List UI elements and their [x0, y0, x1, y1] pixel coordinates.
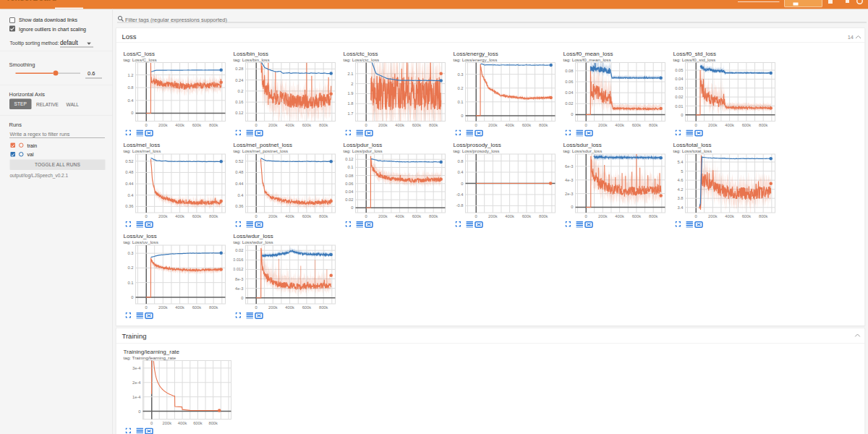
svg-text:800k: 800k: [209, 214, 218, 218]
svg-text:0.4: 0.4: [128, 193, 135, 197]
svg-text:0.8: 0.8: [458, 158, 464, 163]
svg-text:0.05: 0.05: [675, 68, 683, 72]
svg-text:0.3: 0.3: [458, 72, 464, 77]
svg-text:200k: 200k: [158, 305, 168, 310]
svg-text:800k: 800k: [539, 214, 548, 218]
svg-text:0: 0: [461, 114, 463, 118]
svg-text:400k: 400k: [615, 214, 624, 218]
svg-text:0.44: 0.44: [125, 182, 134, 186]
svg-text:0: 0: [145, 214, 147, 218]
svg-text:200k: 200k: [488, 214, 498, 218]
svg-text:0.2: 0.2: [128, 265, 134, 270]
svg-text:400k: 400k: [395, 214, 404, 218]
svg-text:0.3: 0.3: [128, 251, 134, 255]
svg-text:600k: 600k: [522, 214, 532, 218]
svg-text:0.08: 0.08: [345, 173, 353, 177]
svg-text:0.2: 0.2: [238, 89, 244, 93]
svg-text:200k: 200k: [378, 123, 388, 127]
svg-text:200k: 200k: [163, 421, 172, 425]
svg-text:600k: 600k: [193, 421, 203, 425]
svg-text:5: 5: [681, 169, 683, 173]
svg-text:0: 0: [475, 123, 477, 127]
svg-text:600k: 600k: [742, 123, 752, 127]
svg-text:4e-3: 4e-3: [235, 286, 244, 291]
svg-text:0: 0: [255, 123, 257, 127]
svg-text:0.4: 0.4: [458, 170, 464, 174]
svg-text:800k: 800k: [759, 214, 768, 218]
svg-text:0: 0: [584, 123, 587, 127]
svg-text:400k: 400k: [175, 123, 184, 127]
svg-text:0.24: 0.24: [235, 78, 244, 82]
svg-text:0.02: 0.02: [345, 197, 353, 202]
svg-text:400k: 400k: [285, 214, 294, 218]
svg-text:0: 0: [131, 295, 133, 299]
svg-text:0: 0: [365, 214, 367, 218]
svg-text:0.03: 0.03: [675, 86, 683, 90]
svg-text:0: 0: [571, 205, 573, 209]
svg-text:0: 0: [138, 409, 140, 414]
svg-text:0.48: 0.48: [125, 170, 133, 174]
svg-text:0.1: 0.1: [348, 165, 354, 169]
svg-text:0: 0: [145, 305, 147, 310]
svg-text:8e-3: 8e-3: [235, 277, 244, 281]
svg-text:3.4: 3.4: [678, 205, 684, 210]
svg-text:400k: 400k: [615, 123, 624, 127]
svg-text:0.36: 0.36: [125, 204, 133, 208]
svg-text:200k: 200k: [598, 214, 608, 218]
svg-text:400k: 400k: [725, 123, 734, 127]
svg-text:200k: 200k: [598, 123, 608, 127]
svg-text:200k: 200k: [378, 214, 388, 218]
svg-text:600k: 600k: [302, 214, 312, 218]
svg-text:1.7: 1.7: [348, 111, 354, 116]
svg-text:0: 0: [694, 214, 697, 218]
svg-text:400k: 400k: [178, 421, 187, 425]
svg-text:200k: 200k: [268, 123, 278, 127]
svg-text:0.2: 0.2: [458, 86, 464, 90]
svg-text:200k: 200k: [268, 305, 278, 310]
svg-text:200k: 200k: [488, 123, 498, 127]
svg-text:0.12: 0.12: [235, 111, 243, 115]
svg-text:0: 0: [461, 181, 463, 185]
svg-text:0: 0: [365, 123, 367, 127]
svg-text:600k: 600k: [522, 123, 532, 127]
svg-text:0: 0: [571, 112, 573, 116]
svg-text:4.2: 4.2: [678, 187, 684, 191]
svg-text:600k: 600k: [302, 123, 312, 127]
svg-text:800k: 800k: [209, 305, 218, 310]
svg-text:0.12: 0.12: [345, 157, 353, 161]
svg-text:0.04: 0.04: [565, 90, 574, 95]
svg-text:0: 0: [584, 214, 587, 218]
svg-text:400k: 400k: [505, 123, 514, 127]
svg-text:800k: 800k: [649, 214, 658, 218]
svg-text:0.012: 0.012: [234, 267, 244, 271]
svg-text:0.02: 0.02: [675, 95, 683, 99]
svg-text:0: 0: [681, 113, 683, 117]
svg-text:600k: 600k: [302, 305, 312, 310]
svg-text:0: 0: [255, 214, 257, 218]
svg-text:400k: 400k: [725, 214, 734, 218]
svg-text:600k: 600k: [632, 123, 642, 127]
svg-text:800k: 800k: [429, 214, 438, 218]
svg-text:800k: 800k: [649, 123, 658, 127]
svg-text:0.1: 0.1: [458, 100, 464, 104]
svg-text:800k: 800k: [319, 305, 328, 310]
svg-text:200k: 200k: [158, 214, 168, 218]
svg-text:5.4: 5.4: [678, 160, 684, 164]
svg-text:400k: 400k: [175, 214, 184, 218]
svg-text:600k: 600k: [412, 123, 422, 127]
svg-text:0.04: 0.04: [675, 77, 684, 81]
svg-text:800k: 800k: [208, 421, 218, 425]
svg-text:0: 0: [694, 123, 697, 127]
svg-text:2: 2: [351, 82, 353, 86]
svg-text:0.06: 0.06: [565, 80, 573, 84]
svg-text:0.16: 0.16: [235, 100, 243, 104]
svg-text:0.04: 0.04: [345, 190, 354, 194]
svg-text:600k: 600k: [192, 123, 202, 127]
svg-text:400k: 400k: [285, 123, 294, 127]
svg-text:0.36: 0.36: [235, 204, 243, 208]
svg-text:800k: 800k: [319, 123, 328, 127]
svg-text:0: 0: [241, 296, 243, 300]
svg-text:0.44: 0.44: [235, 182, 244, 186]
svg-text:200k: 200k: [158, 123, 168, 127]
svg-text:0.1: 0.1: [128, 281, 134, 285]
